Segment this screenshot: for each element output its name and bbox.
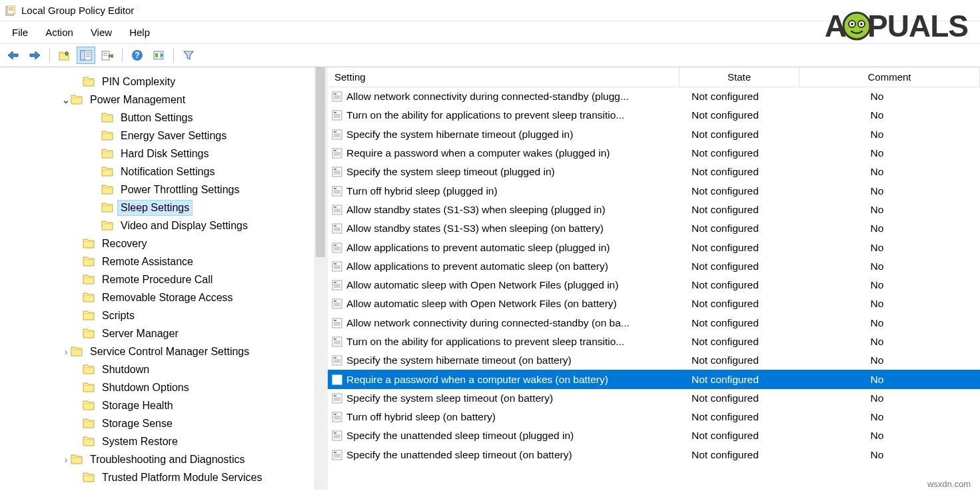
policy-setting-icon <box>332 261 342 272</box>
tree-item[interactable]: ›Service Control Manager Settings <box>0 342 326 360</box>
tree-item-label: Hard Disk Settings <box>117 146 213 162</box>
svg-rect-89 <box>334 338 336 340</box>
tree-item[interactable]: Remote Assistance <box>0 252 326 270</box>
folder-icon <box>71 454 83 464</box>
cell-comment: No <box>806 260 980 272</box>
tree-item[interactable]: ⌄Power Management <box>0 91 326 109</box>
list-view[interactable]: Allow network connectivity during connec… <box>328 87 980 464</box>
tree-item-label: Scripts <box>99 308 138 324</box>
cell-comment: No <box>806 392 980 404</box>
tree-item[interactable]: Notification Settings <box>0 163 326 181</box>
expand-collapse-icon[interactable]: ⌄ <box>61 95 71 105</box>
list-row[interactable]: Allow automatic sleep with Open Network … <box>328 276 980 294</box>
policy-setting-icon <box>332 393 342 404</box>
cell-setting: Require a password when a computer wakes… <box>346 374 686 386</box>
svg-rect-39 <box>334 150 336 151</box>
list-row[interactable]: Specify the unattended sleep timeout (pl… <box>328 426 980 445</box>
back-button[interactable] <box>4 47 23 64</box>
help-button[interactable]: ? <box>128 47 147 64</box>
tree-item[interactable]: Recovery <box>0 235 326 252</box>
cell-setting: Allow standby states (S1-S3) when sleepi… <box>346 204 686 216</box>
cell-comment: No <box>806 147 980 159</box>
column-header-state[interactable]: State <box>680 67 799 87</box>
cell-state: Not configured <box>686 392 806 404</box>
tree-item[interactable]: Storage Health <box>0 396 326 414</box>
tree-item[interactable]: Sleep Settings <box>0 199 326 217</box>
cell-state: Not configured <box>686 374 806 386</box>
list-row[interactable]: Specify the unattended sleep timeout (on… <box>328 446 980 464</box>
tree-item[interactable]: PIN Complexity <box>0 73 326 91</box>
list-row[interactable]: Turn on the ability for applications to … <box>328 106 980 125</box>
cell-comment: No <box>806 129 980 141</box>
menu-view[interactable]: View <box>84 24 119 41</box>
tree-item[interactable]: Video and Display Settings <box>0 217 326 235</box>
cell-setting: Specify the system sleep timeout (plugge… <box>346 166 686 178</box>
cell-state: Not configured <box>686 91 806 103</box>
tree-item[interactable]: Trusted Platform Module Services <box>0 468 326 486</box>
tree-item[interactable]: ›Troubleshooting and Diagnostics <box>0 450 326 468</box>
folder-icon <box>83 256 95 266</box>
list-row[interactable]: Allow network connectivity during connec… <box>328 87 980 106</box>
cell-comment: No <box>806 279 980 291</box>
menu-file[interactable]: File <box>5 24 35 41</box>
tree-scrollbar[interactable] <box>314 67 326 490</box>
column-header-setting[interactable]: Setting <box>328 67 680 87</box>
tree-item[interactable]: Remote Procedure Call <box>0 270 326 288</box>
tree-item[interactable]: Storage Sense <box>0 414 326 432</box>
tree-item[interactable]: System Restore <box>0 432 326 450</box>
list-row[interactable]: Specify the system hibernate timeout (on… <box>328 351 980 370</box>
list-row[interactable]: Allow network connectivity during connec… <box>328 314 980 332</box>
cell-setting: Allow standby states (S1-S3) when sleepi… <box>346 223 686 235</box>
folder-icon <box>83 77 95 87</box>
list-row[interactable]: Turn on the ability for applications to … <box>328 332 980 351</box>
forward-button[interactable] <box>25 47 44 64</box>
show-hide-tree-button[interactable] <box>77 47 95 64</box>
tree-item[interactable]: Power Throttling Settings <box>0 181 326 199</box>
tree-item[interactable]: Shutdown Options <box>0 378 326 396</box>
menu-action[interactable]: Action <box>39 24 80 41</box>
up-button[interactable] <box>55 47 74 64</box>
expand-collapse-icon[interactable]: › <box>61 346 71 357</box>
tree-item[interactable]: Button Settings <box>0 109 326 127</box>
tree-item[interactable]: Scripts <box>0 306 326 324</box>
list-row[interactable]: Allow standby states (S1-S3) when sleepi… <box>328 219 980 238</box>
list-row[interactable]: Specify the system sleep timeout (on bat… <box>328 389 980 408</box>
list-row[interactable]: Allow standby states (S1-S3) when sleepi… <box>328 201 980 219</box>
list-row[interactable]: Allow applications to prevent automatic … <box>328 238 980 256</box>
properties-button[interactable] <box>149 47 168 64</box>
list-row[interactable]: Require a password when a computer wakes… <box>328 370 980 388</box>
tree-item[interactable]: Energy Saver Settings <box>0 127 326 145</box>
policy-setting-icon <box>332 186 342 197</box>
list-row[interactable]: Allow applications to prevent automatic … <box>328 257 980 276</box>
expand-collapse-icon[interactable]: › <box>61 454 71 465</box>
tree-item-label: Recovery <box>99 236 151 252</box>
folder-icon <box>101 131 113 141</box>
svg-rect-119 <box>334 452 336 453</box>
menu-help[interactable]: Help <box>123 24 157 41</box>
tree-view[interactable]: PIN Complexity⌄Power ManagementButton Se… <box>0 67 326 490</box>
cell-comment: No <box>806 223 980 235</box>
export-button[interactable] <box>98 47 117 64</box>
policy-setting-icon <box>332 430 342 441</box>
list-row[interactable]: Specify the system hibernate timeout (pl… <box>328 125 980 144</box>
toolbar-separator <box>173 48 174 63</box>
tree-item-label: Removable Storage Access <box>99 290 237 306</box>
cell-setting: Turn on the ability for applications to … <box>346 336 686 348</box>
list-row[interactable]: Turn off hybrid sleep (on battery)Not co… <box>328 408 980 426</box>
svg-rect-104 <box>334 395 336 396</box>
svg-rect-24 <box>334 93 336 95</box>
list-row[interactable]: Require a password when a computer wakes… <box>328 144 980 163</box>
svg-rect-59 <box>334 225 336 227</box>
tree-item[interactable]: Shutdown <box>0 360 326 378</box>
tree-item[interactable]: Server Manager <box>0 324 326 342</box>
scrollbar-thumb[interactable] <box>316 67 325 257</box>
tree-item-label: Button Settings <box>117 110 197 126</box>
tree-item[interactable]: Removable Storage Access <box>0 288 326 306</box>
list-row[interactable]: Specify the system sleep timeout (plugge… <box>328 163 980 181</box>
filter-button[interactable] <box>179 47 198 64</box>
tree-item[interactable]: Hard Disk Settings <box>0 145 326 163</box>
column-header-comment[interactable]: Comment <box>799 67 980 87</box>
list-row[interactable]: Turn off hybrid sleep (plugged in)Not co… <box>328 181 980 200</box>
folder-icon <box>83 292 95 302</box>
list-row[interactable]: Allow automatic sleep with Open Network … <box>328 294 980 313</box>
